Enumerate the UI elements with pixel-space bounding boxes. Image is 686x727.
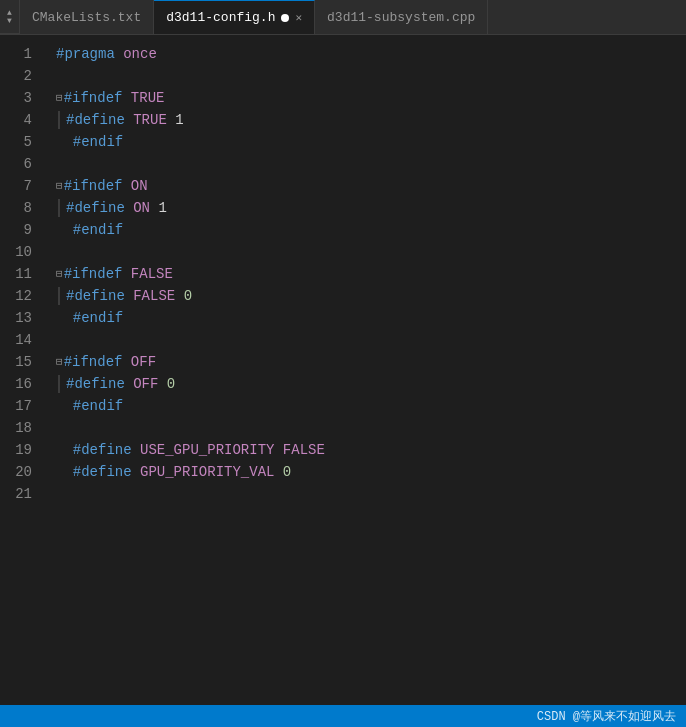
token-num: 0 [158,373,175,395]
line-number-18: 18 [0,417,32,439]
token-kw-blue: #pragma [56,43,123,65]
fold-indicator [58,287,60,305]
code-line-17: #endif [56,395,686,417]
token-kw-blue: #ifndef [64,87,131,109]
token-text-white: 1 [150,197,167,219]
token-kw-blue: #define [66,373,133,395]
fold-indicator [58,375,60,393]
token-kw-purple: FALSE [131,263,173,285]
token-kw-blue: #define [66,109,133,131]
code-line-9: #endif [56,219,686,241]
tab-bar: ▲ ▼ CMakeLists.txt d3d11-config.h ✕ d3d1… [0,0,686,35]
token-kw-blue: #define [56,461,140,483]
token-kw-blue: #define [66,285,133,307]
tab-scroll-arrows[interactable]: ▲ ▼ [0,0,20,34]
token-kw-blue: #ifndef [64,263,131,285]
code-line-20: #define GPU_PRIORITY_VAL 0 [56,461,686,483]
code-line-16: #define OFF 0 [56,373,686,395]
tab-d3d11-subsystem[interactable]: d3d11-subsystem.cpp [315,0,488,34]
line-number-14: 14 [0,329,32,351]
line-number-12: 12 [0,285,32,307]
code-line-19: #define USE_GPU_PRIORITY FALSE [56,439,686,461]
collapse-icon[interactable]: ⊟ [56,263,63,285]
token-kw-blue: #define [66,197,133,219]
line-number-1: 1 [0,43,32,65]
collapse-icon[interactable]: ⊟ [56,351,63,373]
fold-indicator [58,111,60,129]
token-kw-blue: #ifndef [64,175,131,197]
token-kw-purple2: USE_GPU_PRIORITY [140,439,274,461]
line-number-8: 8 [0,197,32,219]
code-line-14 [56,329,686,351]
code-line-8: #define ON 1 [56,197,686,219]
token-kw-blue: #ifndef [64,351,131,373]
tab-d3d11-subsystem-label: d3d11-subsystem.cpp [327,10,475,25]
line-number-10: 10 [0,241,32,263]
line-number-2: 2 [0,65,32,87]
token-kw-blue: #endif [56,307,123,329]
line-number-13: 13 [0,307,32,329]
line-number-4: 4 [0,109,32,131]
tab-cmakelists[interactable]: CMakeLists.txt [20,0,154,34]
tab-cmakelists-label: CMakeLists.txt [32,10,141,25]
fold-indicator [58,199,60,217]
collapse-icon[interactable]: ⊟ [56,175,63,197]
collapse-icon[interactable]: ⊟ [56,87,63,109]
token-kw-purple: FALSE [133,285,175,307]
line-number-20: 20 [0,461,32,483]
token-num: 0 [175,285,192,307]
token-kw-purple: OFF [131,351,156,373]
code-line-2 [56,65,686,87]
line-numbers: 123456789101112131415161718192021 [0,35,48,705]
token-kw-purple: TRUE [133,109,167,131]
code-line-4: #define TRUE 1 [56,109,686,131]
watermark-text: CSDN @等风来不如迎风去 [537,708,676,725]
editor-area: 123456789101112131415161718192021 #pragm… [0,35,686,705]
code-line-1: #pragma once [56,43,686,65]
scroll-down-arrow[interactable]: ▼ [7,17,12,25]
token-kw-blue: #endif [56,131,123,153]
tab-modified-indicator [281,14,289,22]
token-kw-blue: #endif [56,395,123,417]
code-line-3: ⊟#ifndef TRUE [56,87,686,109]
status-bar: CSDN @等风来不如迎风去 [0,705,686,727]
line-number-17: 17 [0,395,32,417]
line-number-19: 19 [0,439,32,461]
token-kw-blue: #define [56,439,140,461]
token-num: 0 [274,461,291,483]
code-content[interactable]: #pragma once ⊟#ifndef TRUE#define TRUE 1… [48,35,686,705]
line-number-11: 11 [0,263,32,285]
line-number-3: 3 [0,87,32,109]
token-text-white: 1 [167,109,184,131]
token-kw-purple: OFF [133,373,158,395]
code-line-7: ⊟#ifndef ON [56,175,686,197]
line-number-9: 9 [0,219,32,241]
code-line-21 [56,483,686,505]
line-number-15: 15 [0,351,32,373]
line-number-5: 5 [0,131,32,153]
tab-d3d11-config-label: d3d11-config.h [166,10,275,25]
code-line-11: ⊟#ifndef FALSE [56,263,686,285]
line-number-16: 16 [0,373,32,395]
token-kw-purple: TRUE [131,87,165,109]
tab-d3d11-config[interactable]: d3d11-config.h ✕ [154,0,315,34]
token-kw-blue: #endif [56,219,123,241]
token-kw-purple: ON [131,175,148,197]
line-number-7: 7 [0,175,32,197]
line-number-21: 21 [0,483,32,505]
code-line-13: #endif [56,307,686,329]
code-line-18 [56,417,686,439]
token-kw-purple2: GPU_PRIORITY_VAL [140,461,274,483]
line-number-6: 6 [0,153,32,175]
token-kw-purple: FALSE [274,439,324,461]
code-line-10 [56,241,686,263]
tab-close-icon[interactable]: ✕ [295,11,302,24]
code-line-12: #define FALSE 0 [56,285,686,307]
token-kw-purple: once [123,43,157,65]
code-line-6 [56,153,686,175]
code-line-15: ⊟#ifndef OFF [56,351,686,373]
token-kw-purple: ON [133,197,150,219]
code-line-5: #endif [56,131,686,153]
